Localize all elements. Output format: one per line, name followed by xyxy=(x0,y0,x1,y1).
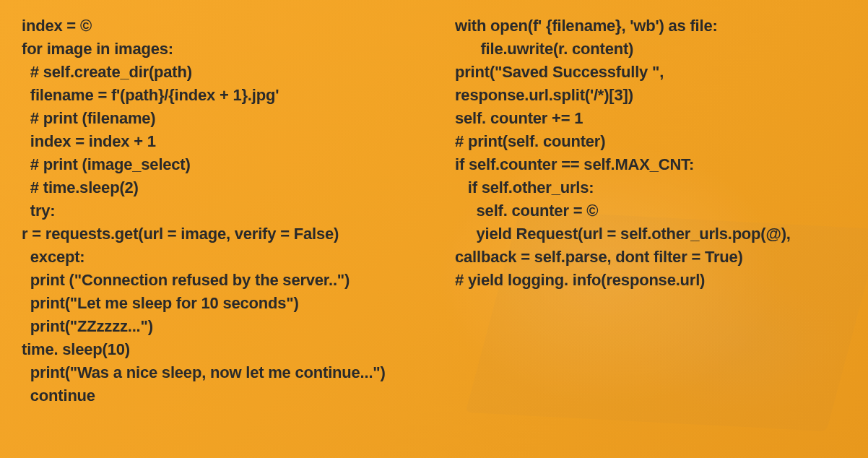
code-line: callback = self.parse, dont filter = Tru… xyxy=(455,246,845,269)
code-line: self. counter = © xyxy=(455,199,845,222)
code-line: print ("Connection refused by the server… xyxy=(22,269,397,292)
code-line: file.uwrite(r. content) xyxy=(455,38,845,61)
code-line: self. counter += 1 xyxy=(455,107,845,130)
code-line: # print (filename) xyxy=(22,107,397,130)
code-line: print("Was a nice sleep, now let me cont… xyxy=(22,361,397,384)
code-line: time. sleep(10) xyxy=(22,338,397,361)
code-content: index = © for image in images: # self.cr… xyxy=(0,0,868,422)
code-line: continue xyxy=(22,384,397,407)
left-code-column: index = © for image in images: # self.cr… xyxy=(22,14,397,407)
code-line: response.url.split('/*)[3]) xyxy=(455,84,845,107)
code-line: with open(f' {filename}, 'wb') as file: xyxy=(455,14,845,38)
code-line: index = index + 1 xyxy=(22,130,397,153)
code-line: print("ZZzzzz...") xyxy=(22,315,397,338)
code-line: # yield logging. info(response.url) xyxy=(455,269,845,292)
code-line: try: xyxy=(22,199,397,222)
code-line: # self.create_dir(path) xyxy=(22,61,397,84)
code-line: if self.other_urls: xyxy=(455,176,845,199)
code-line: r = requests.get(url = image, verify = F… xyxy=(22,222,397,246)
right-code-column: with open(f' {filename}, 'wb') as file: … xyxy=(455,14,845,407)
code-line: print("Let me sleep for 10 seconds") xyxy=(22,292,397,315)
code-line: if self.counter == self.MAX_CNT: xyxy=(455,153,845,176)
code-line: print("Saved Successfully ", xyxy=(455,61,845,84)
code-line: index = © xyxy=(22,14,397,38)
code-line: filename = f'(path}/{index + 1}.jpg' xyxy=(22,84,397,107)
code-line: # print (image_select) xyxy=(22,153,397,176)
code-line: # time.sleep(2) xyxy=(22,176,397,199)
code-line: yield Request(url = self.other_urls.pop(… xyxy=(455,222,845,246)
code-line: except: xyxy=(22,246,397,269)
code-line: for image in images: xyxy=(22,38,397,61)
code-line: # print(self. counter) xyxy=(455,130,845,153)
